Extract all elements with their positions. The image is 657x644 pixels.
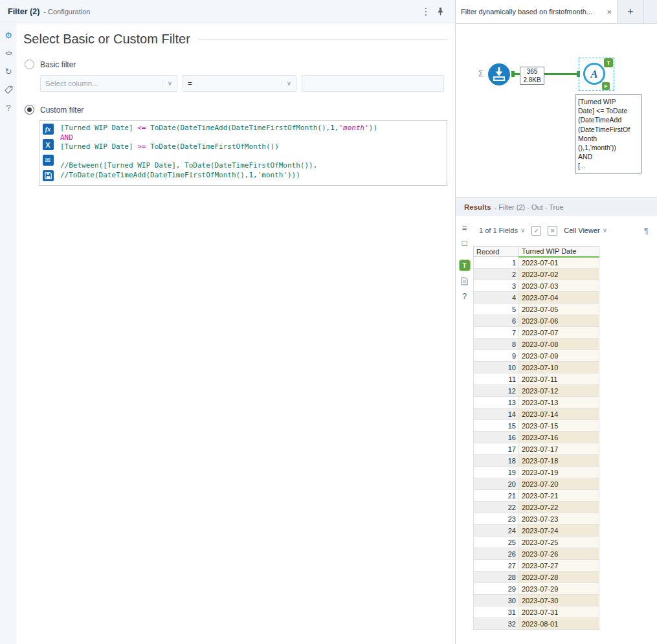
- operator-dropdown[interactable]: = ∨: [183, 75, 296, 92]
- record-cell[interactable]: 19: [474, 467, 519, 478]
- turned-wip-date-cell[interactable]: 2023-07-12: [519, 385, 599, 397]
- whitespace-toggle-icon[interactable]: ¶: [644, 226, 649, 236]
- table-row[interactable]: 172023-07-17: [474, 443, 599, 455]
- table-row[interactable]: 182023-07-18: [474, 455, 599, 467]
- expression-editor[interactable]: fx X ✉ [Turned WIP Date] <= ToDate(DateT…: [39, 120, 447, 186]
- results-grid[interactable]: Record Turned WIP Date 12023-07-0122023-…: [473, 246, 657, 644]
- turned-wip-date-cell[interactable]: 2023-07-07: [519, 327, 599, 339]
- turned-wip-date-cell[interactable]: 2023-07-29: [519, 583, 599, 595]
- turned-wip-date-cell[interactable]: 2023-07-18: [519, 455, 599, 467]
- metadata-view-icon[interactable]: [459, 276, 470, 287]
- table-row[interactable]: 192023-07-19: [474, 467, 599, 478]
- column-select-dropdown[interactable]: Select column... ∨: [40, 75, 177, 92]
- basic-filter-radio[interactable]: [25, 60, 34, 69]
- turned-wip-date-cell[interactable]: 2023-07-27: [519, 560, 599, 572]
- record-cell[interactable]: 16: [474, 432, 519, 443]
- turned-wip-date-cell[interactable]: 2023-07-21: [519, 490, 599, 502]
- turned-wip-date-cell[interactable]: 2023-07-30: [519, 595, 599, 606]
- table-row[interactable]: 132023-07-13: [474, 397, 599, 408]
- turned-wip-date-cell[interactable]: 2023-07-03: [519, 280, 599, 292]
- record-cell[interactable]: 15: [474, 420, 519, 432]
- table-row[interactable]: 122023-07-12: [474, 385, 599, 397]
- deselect-all-icon[interactable]: ✕: [548, 226, 557, 236]
- record-cell[interactable]: 14: [474, 408, 519, 420]
- table-row[interactable]: 32023-07-03: [474, 280, 599, 292]
- record-cell[interactable]: 17: [474, 443, 519, 455]
- pin-icon[interactable]: [433, 5, 447, 19]
- turned-wip-date-cell[interactable]: 2023-07-14: [519, 408, 599, 420]
- record-cell[interactable]: 7: [474, 327, 519, 339]
- record-cell[interactable]: 6: [474, 315, 519, 327]
- table-row[interactable]: 222023-07-22: [474, 502, 599, 513]
- record-cell[interactable]: 2: [474, 269, 519, 280]
- column-header-turned-wip-date[interactable]: Turned WIP Date: [519, 247, 599, 257]
- turned-wip-date-cell[interactable]: 2023-07-05: [519, 304, 599, 315]
- true-anchor-badge[interactable]: T: [604, 58, 613, 67]
- custom-filter-option[interactable]: Custom filter: [25, 105, 447, 115]
- table-row[interactable]: 302023-07-30: [474, 595, 599, 606]
- record-cell[interactable]: 25: [474, 537, 519, 548]
- record-cell[interactable]: 4: [474, 292, 519, 304]
- column-header-record[interactable]: Record: [474, 247, 519, 257]
- turned-wip-date-cell[interactable]: 2023-07-22: [519, 502, 599, 513]
- table-row[interactable]: 62023-07-06: [474, 315, 599, 327]
- tag-icon[interactable]: [3, 84, 14, 95]
- table-row[interactable]: 162023-07-16: [474, 432, 599, 443]
- gear-icon[interactable]: ⚙: [3, 30, 14, 41]
- turned-wip-date-cell[interactable]: 2023-07-28: [519, 572, 599, 583]
- turned-wip-date-cell[interactable]: 2023-07-26: [519, 548, 599, 560]
- table-row[interactable]: 242023-07-24: [474, 525, 599, 537]
- basic-filter-option[interactable]: Basic filter: [25, 60, 447, 69]
- help-icon[interactable]: ?: [3, 102, 14, 113]
- new-workflow-tab-button[interactable]: +: [618, 0, 644, 23]
- constants-icon[interactable]: ✉: [43, 155, 54, 166]
- help-icon[interactable]: ?: [459, 291, 470, 302]
- custom-filter-radio[interactable]: [25, 105, 34, 115]
- turned-wip-date-cell[interactable]: 2023-07-17: [519, 443, 599, 455]
- record-cell[interactable]: 5: [474, 304, 519, 315]
- fields-selector[interactable]: 1 of 1 Fields ∨: [479, 227, 525, 234]
- record-cell[interactable]: 29: [474, 583, 519, 595]
- columns-icon[interactable]: X: [43, 139, 54, 150]
- table-row[interactable]: 142023-07-14: [474, 408, 599, 420]
- table-row[interactable]: 202023-07-20: [474, 478, 599, 490]
- turned-wip-date-cell[interactable]: 2023-07-23: [519, 513, 599, 525]
- layout-view-icon[interactable]: □: [459, 238, 470, 249]
- turned-wip-date-cell[interactable]: 2023-07-15: [519, 420, 599, 432]
- input-data-tool[interactable]: [487, 63, 511, 86]
- code-icon[interactable]: <>: [3, 48, 14, 59]
- workflow-tab[interactable]: Filter dynamically based on firstofmonth…: [456, 0, 618, 23]
- record-cell[interactable]: 21: [474, 490, 519, 502]
- turned-wip-date-cell[interactable]: 2023-08-01: [519, 618, 599, 630]
- turned-wip-date-cell[interactable]: 2023-07-10: [519, 362, 599, 373]
- expression-code[interactable]: [Turned WIP Date] <= ToDate(DateTimeAdd(…: [56, 121, 447, 185]
- record-cell[interactable]: 20: [474, 478, 519, 490]
- turned-wip-date-cell[interactable]: 2023-07-19: [519, 467, 599, 478]
- table-row[interactable]: 262023-07-26: [474, 548, 599, 560]
- tool-annotation[interactable]: [Turned WIPDate] <= ToDate(DateTimeAdd(D…: [575, 94, 641, 173]
- kebab-menu-icon[interactable]: ⋮: [419, 5, 433, 19]
- table-row[interactable]: 312023-07-31: [474, 606, 599, 618]
- turned-wip-date-cell[interactable]: 2023-07-01: [519, 257, 599, 269]
- table-row[interactable]: 252023-07-25: [474, 537, 599, 548]
- turned-wip-date-cell[interactable]: 2023-07-25: [519, 537, 599, 548]
- record-cell[interactable]: 26: [474, 548, 519, 560]
- record-cell[interactable]: 24: [474, 525, 519, 537]
- record-cell[interactable]: 3: [474, 280, 519, 292]
- record-cell[interactable]: 12: [474, 385, 519, 397]
- refresh-icon[interactable]: ↻: [3, 66, 14, 77]
- turned-wip-date-cell[interactable]: 2023-07-08: [519, 339, 599, 350]
- table-row[interactable]: 322023-08-01: [474, 618, 599, 630]
- filter-value-input[interactable]: [307, 80, 439, 87]
- turned-wip-date-cell[interactable]: 2023-07-06: [519, 315, 599, 327]
- turned-wip-date-cell[interactable]: 2023-07-13: [519, 397, 599, 408]
- turned-wip-date-cell[interactable]: 2023-07-04: [519, 292, 599, 304]
- cell-viewer-dropdown[interactable]: Cell Viewer ∨: [564, 227, 607, 234]
- table-row[interactable]: 12023-07-01: [474, 257, 599, 269]
- table-row[interactable]: 292023-07-29: [474, 583, 599, 595]
- record-cell[interactable]: 13: [474, 397, 519, 408]
- table-row[interactable]: 82023-07-08: [474, 339, 599, 350]
- table-row[interactable]: 102023-07-10: [474, 362, 599, 373]
- turned-wip-date-cell[interactable]: 2023-07-24: [519, 525, 599, 537]
- filter-value-field[interactable]: [302, 75, 444, 92]
